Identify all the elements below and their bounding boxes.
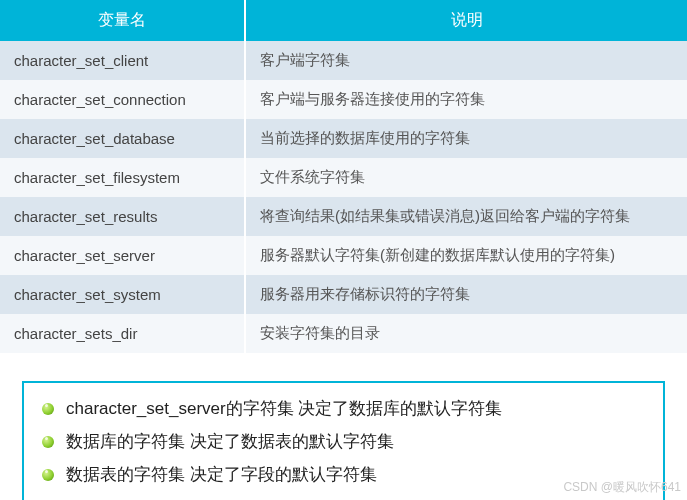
cell-description: 客户端字符集 (245, 41, 687, 80)
cell-description: 文件系统字符集 (245, 158, 687, 197)
bullet-icon (42, 469, 54, 481)
watermark: CSDN @暖风吹怀641 (563, 479, 681, 496)
cell-description: 将查询结果(如结果集或错误消息)返回给客户端的字符集 (245, 197, 687, 236)
cell-description: 客户端与服务器连接使用的字符集 (245, 80, 687, 119)
col-header-desc: 说明 (245, 0, 687, 41)
cell-variable-name: character_set_database (0, 119, 245, 158)
cell-variable-name: character_set_client (0, 41, 245, 80)
cell-description: 当前选择的数据库使用的字符集 (245, 119, 687, 158)
note-text: 数据库的字符集 决定了数据表的默认字符集 (66, 430, 394, 453)
note-text: 数据表的字符集 决定了字段的默认字符集 (66, 463, 377, 486)
bullet-icon (42, 403, 54, 415)
table-row: character_set_results将查询结果(如结果集或错误消息)返回给… (0, 197, 687, 236)
cell-variable-name: character_set_filesystem (0, 158, 245, 197)
table-row: character_set_client客户端字符集 (0, 41, 687, 80)
cell-description: 安装字符集的目录 (245, 314, 687, 353)
table-row: character_set_connection客户端与服务器连接使用的字符集 (0, 80, 687, 119)
bullet-icon (42, 436, 54, 448)
cell-variable-name: character_sets_dir (0, 314, 245, 353)
table-row: character_set_server服务器默认字符集(新创建的数据库默认使用… (0, 236, 687, 275)
cell-variable-name: character_set_server (0, 236, 245, 275)
note-text: character_set_server的字符集 决定了数据库的默认字符集 (66, 397, 502, 420)
cell-description: 服务器用来存储标识符的字符集 (245, 275, 687, 314)
table-row: character_set_system服务器用来存储标识符的字符集 (0, 275, 687, 314)
table-row: character_set_filesystem文件系统字符集 (0, 158, 687, 197)
note-item: character_set_server的字符集 决定了数据库的默认字符集 (42, 397, 645, 420)
charset-table-body: character_set_client客户端字符集character_set_… (0, 41, 687, 353)
table-row: character_sets_dir安装字符集的目录 (0, 314, 687, 353)
cell-variable-name: character_set_results (0, 197, 245, 236)
cell-variable-name: character_set_system (0, 275, 245, 314)
cell-variable-name: character_set_connection (0, 80, 245, 119)
note-item: 数据库的字符集 决定了数据表的默认字符集 (42, 430, 645, 453)
charset-table: 变量名 说明 character_set_client客户端字符集charact… (0, 0, 687, 353)
note-item: 数据表的字符集 决定了字段的默认字符集 (42, 463, 645, 486)
cell-description: 服务器默认字符集(新创建的数据库默认使用的字符集) (245, 236, 687, 275)
col-header-name: 变量名 (0, 0, 245, 41)
table-row: character_set_database当前选择的数据库使用的字符集 (0, 119, 687, 158)
